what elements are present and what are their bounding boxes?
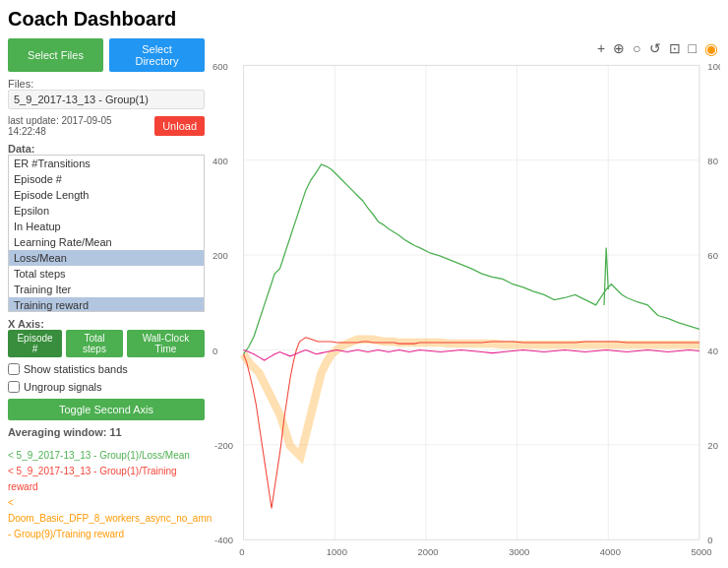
svg-text:40: 40 <box>707 346 718 356</box>
xaxis-label: X Axis: <box>8 318 205 330</box>
data-list-item[interactable]: Episode # <box>9 171 204 187</box>
content-area: Select Files Select Directory Files: 5_9… <box>8 38 720 568</box>
svg-text:200: 200 <box>212 250 228 261</box>
data-list-item[interactable]: Learning Rate/Mean <box>9 234 204 250</box>
svg-rect-0 <box>244 65 699 539</box>
svg-text:2000: 2000 <box>418 546 439 557</box>
zoom-region-button[interactable]: ⊕ <box>611 40 627 56</box>
svg-text:4000: 4000 <box>600 546 621 557</box>
left-panel: Select Files Select Directory Files: 5_9… <box>8 38 205 568</box>
files-value: 5_9_2017-13_13 - Group(1) <box>8 90 205 109</box>
svg-text:400: 400 <box>212 156 228 166</box>
xaxis-option-button[interactable]: Total steps <box>66 330 123 357</box>
show-stats-checkbox[interactable] <box>8 363 20 375</box>
chart-toolbar: + ⊕ ○ ↺ ⊡ □ ◉ <box>212 38 720 58</box>
data-list-item[interactable]: In Heatup <box>9 219 204 234</box>
files-section: Files: 5_9_2017-13_13 - Group(1) <box>8 78 205 109</box>
data-list-item[interactable]: Epsilon <box>9 203 204 219</box>
svg-text:60: 60 <box>707 250 718 261</box>
select-directory-button[interactable]: Select Directory <box>109 38 205 72</box>
box-button[interactable]: ⊡ <box>667 40 683 56</box>
toggle-second-axis-button[interactable]: Toggle Second Axis <box>8 399 205 420</box>
select-files-button[interactable]: Select Files <box>8 38 103 72</box>
data-section-label: Data: <box>8 143 205 155</box>
avg-window-value: 11 <box>110 426 122 438</box>
xaxis-option-button[interactable]: Episode # <box>8 330 62 357</box>
svg-text:-200: -200 <box>214 440 233 451</box>
chart-wrapper: 100 80 60 40 20 0 600 400 200 0 -200 -40… <box>212 60 720 568</box>
data-list[interactable]: ER #TransitionsEpisode #Episode LengthEp… <box>8 155 205 312</box>
legend-item: < 5_9_2017-13_13 - Group(1)/Loss/Mean <box>8 448 205 464</box>
legend-item: reward <box>8 479 205 495</box>
avg-window: Averaging window: 11 <box>8 426 205 438</box>
xaxis-option-button[interactable]: Wall-Clock Time <box>127 330 205 357</box>
files-section-label: Files: <box>8 78 205 90</box>
ungroup-row: Ungroup signals <box>8 381 205 393</box>
zoom-add-button[interactable]: + <box>595 40 607 56</box>
reset-button[interactable]: ↺ <box>647 40 663 56</box>
pan-button[interactable]: ○ <box>631 40 642 56</box>
svg-text:3000: 3000 <box>509 546 529 557</box>
legend-area: < 5_9_2017-13_13 - Group(1)/Loss/Mean< 5… <box>8 448 205 542</box>
avg-window-label: Averaging window: <box>8 426 106 438</box>
svg-text:80: 80 <box>707 156 718 166</box>
page-title: Coach Dashboard <box>8 8 720 31</box>
svg-text:1000: 1000 <box>327 546 347 557</box>
legend-item: < <box>8 495 205 511</box>
legend-item: - Group(9)/Training reward <box>8 527 205 542</box>
data-list-item[interactable]: Loss/Mean <box>9 250 204 266</box>
data-list-item[interactable]: Training reward <box>9 297 204 312</box>
layout-button[interactable]: □ <box>687 40 698 56</box>
show-stats-label: Show statistics bands <box>24 363 128 375</box>
svg-text:0: 0 <box>212 346 217 356</box>
svg-text:20: 20 <box>707 440 718 451</box>
ungroup-checkbox[interactable] <box>8 381 20 393</box>
chart-svg: 100 80 60 40 20 0 600 400 200 0 -200 -40… <box>212 60 720 568</box>
data-list-item[interactable]: ER #Transitions <box>9 156 204 171</box>
update-row: last update: 2017-09-05 14:22:48 Unload <box>8 115 205 137</box>
main-container: Coach Dashboard Select Files Select Dire… <box>0 0 728 568</box>
svg-text:0: 0 <box>707 535 712 545</box>
unload-button[interactable]: Unload <box>154 116 205 136</box>
svg-text:600: 600 <box>212 61 228 72</box>
ungroup-label: Ungroup signals <box>24 381 102 393</box>
svg-text:-400: -400 <box>214 535 233 545</box>
xaxis-section: X Axis: Episode #Total stepsWall-Clock T… <box>8 318 205 357</box>
svg-text:5000: 5000 <box>692 546 712 557</box>
data-list-item[interactable]: Total steps <box>9 266 204 282</box>
data-list-item[interactable]: Training Iter <box>9 282 204 297</box>
legend-item: < 5_9_2017-13_13 - Group(1)/Training <box>8 464 205 479</box>
data-list-item[interactable]: Episode Length <box>9 187 204 203</box>
show-stats-row: Show statistics bands <box>8 363 205 375</box>
svg-text:0: 0 <box>239 546 244 557</box>
legend-item: Doom_Basic_DFP_8_workers_async_no_amn <box>8 511 205 527</box>
xaxis-row: Episode #Total stepsWall-Clock Time <box>8 330 205 357</box>
active-tool-button[interactable]: ◉ <box>702 39 720 58</box>
chart-area: + ⊕ ○ ↺ ⊡ □ ◉ <box>212 38 720 568</box>
file-buttons-row: Select Files Select Directory <box>8 38 205 72</box>
data-section: Data: ER #TransitionsEpisode #Episode Le… <box>8 143 205 312</box>
svg-text:100: 100 <box>707 61 720 72</box>
last-update-text: last update: 2017-09-05 14:22:48 <box>8 115 149 137</box>
